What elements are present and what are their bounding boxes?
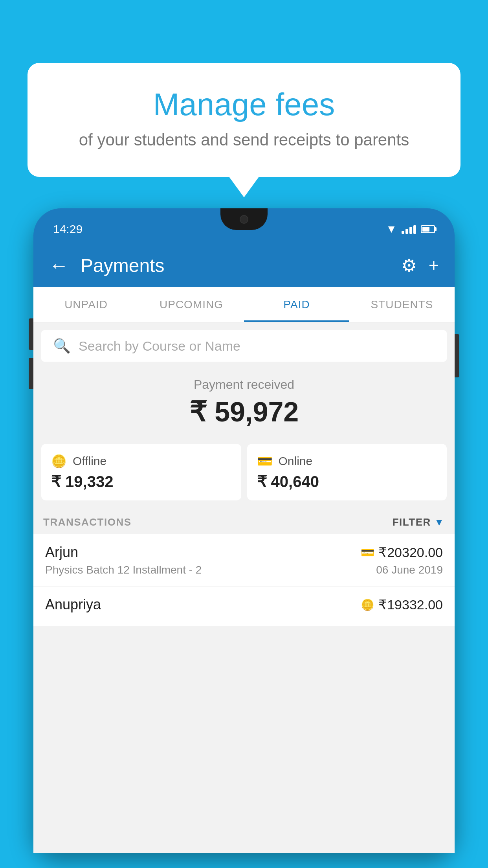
app-header: ← Payments ⚙ + — [33, 244, 455, 287]
speech-bubble: Manage fees of your students and send re… — [28, 63, 460, 177]
phone-container: 14:29 ▼ ← Payments ⚙ — [33, 208, 455, 868]
signal-bar-1 — [402, 231, 404, 234]
transactions-label: TRANSACTIONS — [43, 516, 132, 528]
volume-down-button — [29, 358, 33, 389]
battery-fill — [422, 227, 429, 232]
header-icons: ⚙ + — [401, 255, 439, 276]
offline-card-header: 🪙 Offline — [51, 454, 231, 469]
payment-received-label: Payment received — [41, 377, 447, 392]
tab-students[interactable]: STUDENTS — [349, 287, 455, 322]
transaction-amount-2: ₹19332.00 — [378, 597, 443, 612]
power-button — [455, 334, 459, 377]
transaction-top-2: Anupriya 🪙 ₹19332.00 — [45, 596, 443, 613]
transaction-amount-wrap-1: 💳 ₹20320.00 — [361, 544, 443, 560]
tabs-bar: UNPAID UPCOMING PAID STUDENTS — [33, 287, 455, 322]
transaction-amount-wrap-2: 🪙 ₹19332.00 — [361, 597, 443, 612]
signal-bar-2 — [405, 229, 408, 234]
search-bar[interactable]: 🔍 Search by Course or Name — [41, 330, 447, 362]
camera — [240, 215, 248, 224]
transaction-date-1: 06 June 2019 — [376, 564, 443, 576]
offline-icon: 🪙 — [51, 454, 67, 469]
offline-amount: ₹ 19,332 — [51, 473, 231, 491]
speech-bubble-container: Manage fees of your students and send re… — [28, 63, 460, 177]
settings-button[interactable]: ⚙ — [401, 255, 417, 276]
page-title: Payments — [81, 255, 389, 276]
transaction-row-2[interactable]: Anupriya 🪙 ₹19332.00 — [33, 587, 455, 626]
wifi-icon: ▼ — [386, 223, 397, 235]
transaction-bottom-1: Physics Batch 12 Installment - 2 06 June… — [45, 564, 443, 576]
online-label: Online — [279, 454, 313, 468]
search-icon: 🔍 — [53, 338, 71, 354]
offline-label: Offline — [73, 454, 106, 468]
search-placeholder: Search by Course or Name — [79, 338, 240, 354]
tab-paid[interactable]: PAID — [244, 287, 349, 322]
status-time: 14:29 — [53, 223, 83, 236]
bubble-subtitle: of your students and send receipts to pa… — [59, 131, 429, 149]
online-payment-icon-1: 💳 — [361, 546, 374, 559]
phone-notch — [220, 208, 268, 230]
back-button[interactable]: ← — [49, 254, 69, 277]
filter-button[interactable]: FILTER ▼ — [393, 516, 445, 528]
filter-label: FILTER — [393, 516, 431, 528]
transaction-name-2: Anupriya — [45, 596, 101, 613]
transaction-row[interactable]: Arjun 💳 ₹20320.00 Physics Batch 12 Insta… — [33, 534, 455, 587]
payment-cards: 🪙 Offline ₹ 19,332 💳 Online ₹ 40,640 — [33, 436, 455, 508]
transaction-name-1: Arjun — [45, 544, 78, 561]
status-icons: ▼ — [386, 223, 435, 235]
status-bar: 14:29 ▼ — [33, 208, 455, 244]
transaction-course-1: Physics Batch 12 Installment - 2 — [45, 564, 202, 576]
payment-summary: Payment received ₹ 59,972 — [33, 362, 455, 436]
battery-icon — [421, 225, 435, 233]
bubble-title: Manage fees — [59, 86, 429, 123]
add-button[interactable]: + — [429, 255, 439, 276]
online-card: 💳 Online ₹ 40,640 — [247, 444, 447, 500]
offline-card: 🪙 Offline ₹ 19,332 — [41, 444, 241, 500]
filter-icon: ▼ — [434, 516, 445, 528]
offline-payment-icon-2: 🪙 — [361, 598, 374, 611]
online-card-header: 💳 Online — [257, 454, 437, 469]
signal-bar-4 — [413, 225, 416, 234]
transactions-header: TRANSACTIONS FILTER ▼ — [33, 508, 455, 534]
signal-bars — [402, 224, 416, 234]
phone: 14:29 ▼ ← Payments ⚙ — [33, 208, 455, 853]
tab-unpaid[interactable]: UNPAID — [33, 287, 139, 322]
online-icon: 💳 — [257, 454, 273, 469]
content-area: 🔍 Search by Course or Name Payment recei… — [33, 322, 455, 853]
payment-amount: ₹ 59,972 — [41, 396, 447, 428]
tab-upcoming[interactable]: UPCOMING — [139, 287, 244, 322]
transaction-top-1: Arjun 💳 ₹20320.00 — [45, 544, 443, 561]
signal-bar-3 — [409, 227, 412, 234]
volume-up-button — [29, 318, 33, 350]
transaction-amount-1: ₹20320.00 — [378, 544, 443, 560]
online-amount: ₹ 40,640 — [257, 473, 437, 491]
